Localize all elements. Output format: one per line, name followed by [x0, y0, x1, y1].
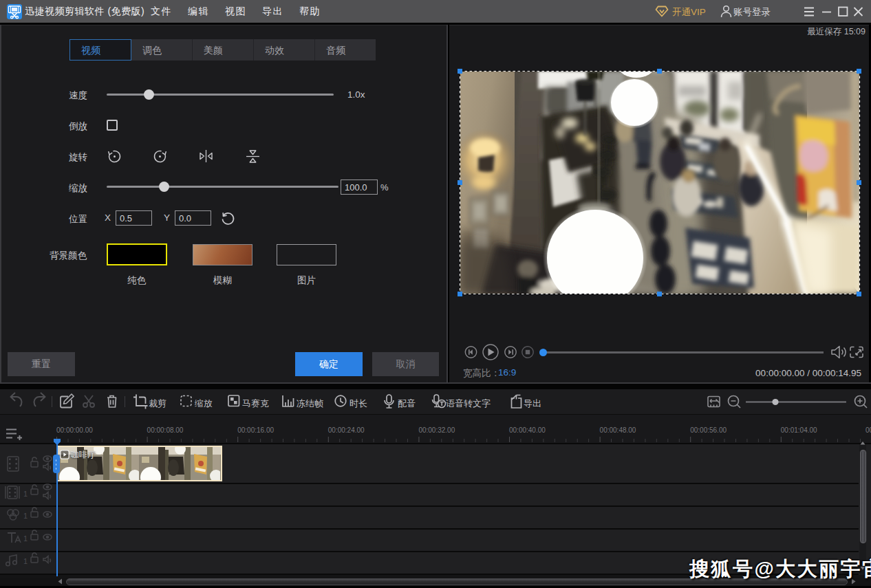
svg-text:00:01:04.00: 00:01:04.00: [781, 426, 817, 434]
svg-text:00:00:48.00: 00:00:48.00: [600, 426, 636, 434]
svg-text:00:: 00:: [865, 426, 871, 434]
svg-text:00:00:00.00: 00:00:00.00: [56, 426, 93, 434]
svg-text:00:00:16.00: 00:00:16.00: [237, 426, 274, 434]
svg-text:1: 1: [23, 534, 28, 543]
svg-text:00:00:24.00: 00:00:24.00: [328, 426, 365, 434]
svg-text:00:00:40.00: 00:00:40.00: [509, 426, 546, 434]
svg-text:00:00:08.00: 00:00:08.00: [147, 426, 184, 434]
svg-text:1: 1: [23, 557, 28, 565]
svg-text:1: 1: [23, 512, 28, 520]
svg-text:00:00:32.00: 00:00:32.00: [418, 426, 455, 434]
svg-text:00:00:56.00: 00:00:56.00: [690, 426, 727, 434]
svg-text:1: 1: [23, 490, 28, 498]
